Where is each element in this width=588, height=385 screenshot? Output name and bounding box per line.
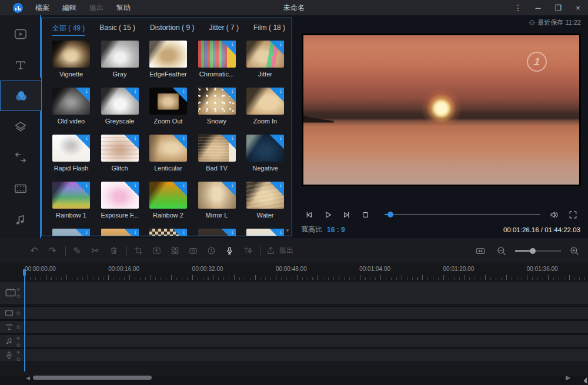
effect-card-row5-4[interactable]: ↓ [241, 229, 289, 236]
tab-Basic[interactable]: Basic ( 15 ) [99, 24, 135, 36]
effect-thumbnail[interactable]: ↓ [198, 88, 236, 115]
zoom-out-icon[interactable] [496, 246, 507, 256]
resize-grip[interactable] [580, 377, 587, 384]
tab-Distortion[interactable]: Distortion ( 9 ) [150, 24, 194, 36]
effect-thumbnail[interactable]: ↓ [52, 135, 90, 162]
speaker-icon[interactable] [16, 350, 21, 355]
effect-card-Vignette[interactable]: Vignette [47, 41, 95, 78]
fullscreen-icon[interactable] [565, 208, 580, 221]
effect-card-Zoom In[interactable]: ↓Zoom In [241, 88, 289, 125]
menu-幫助[interactable]: 幫助 [110, 3, 137, 13]
sidebar-item-filmstrip[interactable] [0, 173, 41, 204]
delete-button[interactable] [106, 244, 121, 258]
effect-card-Rainbow 1[interactable]: ↓Rainbow 1 [47, 182, 95, 219]
zoom-slider[interactable] [515, 250, 561, 252]
tab-Film[interactable]: Film ( 18 ) [253, 24, 285, 36]
edit-button[interactable]: ✎ [70, 244, 84, 258]
lock-icon[interactable] [16, 293, 21, 299]
previous-frame-button[interactable] [301, 208, 316, 221]
effect-card-Jitter[interactable]: ↓Jitter [241, 41, 289, 78]
video-viewport[interactable]: 1 [303, 35, 579, 185]
effect-thumbnail[interactable]: ↓ [246, 229, 284, 236]
effect-thumbnail[interactable]: ↓ [198, 229, 236, 236]
effect-thumbnail[interactable]: ↓ [52, 88, 90, 115]
effect-card-Gray[interactable]: Gray [96, 41, 144, 78]
play-button[interactable] [320, 208, 335, 221]
scroll-left-icon[interactable]: ◀ [26, 375, 30, 381]
tab-全部[interactable]: 全部 ( 49 ) [52, 24, 85, 36]
effect-card-Water[interactable]: ↓Water [241, 182, 289, 219]
next-frame-button[interactable] [339, 208, 354, 221]
aspect-ratio-value[interactable]: 16 : 9 [327, 226, 345, 234]
effect-card-Bad TV[interactable]: ↓Bad TV [193, 135, 241, 172]
maximize-button[interactable]: ❐ [548, 0, 568, 15]
effect-thumbnail[interactable]: ↓ [198, 135, 236, 162]
effect-card-EdgeFeather[interactable]: EdgeFeather [144, 41, 192, 78]
effect-thumbnail[interactable]: ↓ [246, 88, 284, 115]
sidebar-item-transition[interactable] [0, 142, 41, 173]
effect-card-row5-1[interactable]: ↓ [96, 229, 144, 236]
effect-thumbnail[interactable] [52, 41, 90, 68]
effect-card-Rapid Flash[interactable]: ↓Rapid Flash [47, 135, 95, 172]
effect-thumbnail[interactable]: ↓ [52, 229, 90, 236]
lock-icon[interactable] [16, 324, 21, 330]
effect-thumbnail[interactable]: ↓ [246, 41, 284, 68]
effect-card-row5-0[interactable]: ↓ [47, 229, 95, 236]
effect-thumbnail[interactable]: ↓ [149, 182, 187, 209]
lock-icon[interactable] [16, 342, 21, 347]
effect-thumbnail[interactable]: ↓ [149, 88, 187, 115]
effect-card-Rainbow 2[interactable]: ↓Rainbow 2 [144, 182, 192, 219]
redo-button[interactable]: ↷ [45, 244, 59, 258]
lock-icon[interactable] [16, 310, 21, 316]
effect-thumbnail[interactable]: ↓ [198, 41, 236, 68]
more-menu-icon[interactable]: ⋮ [508, 0, 528, 15]
zoom-in-icon[interactable] [569, 246, 580, 256]
stop-button[interactable] [358, 208, 373, 221]
speaker-icon[interactable] [16, 287, 21, 292]
effect-thumbnail[interactable]: ↓ [101, 182, 139, 209]
effect-card-Old video[interactable]: ↓Old video [47, 88, 95, 125]
export-button[interactable]: 匯出 [263, 244, 293, 258]
effect-thumbnail[interactable] [101, 41, 139, 68]
effect-card-Chromatic...[interactable]: ↓Chromatic... [193, 41, 241, 78]
timeline-ruler[interactable]: 00:00:00.0000:00:16.0000:00:32.0000:00:4… [0, 263, 588, 281]
minimize-button[interactable]: ─ [528, 0, 548, 15]
sidebar-item-overlay[interactable] [0, 112, 41, 142]
split-button[interactable]: ✂ [88, 244, 102, 258]
effect-card-Greyscale[interactable]: ↓Greyscale [96, 88, 144, 125]
effect-thumbnail[interactable]: ↓ [101, 229, 139, 236]
effect-card-Snowy[interactable]: ↓Snowy [193, 88, 241, 125]
snapshot-button[interactable] [186, 244, 200, 258]
tab-Jitter[interactable]: Jitter ( 7 ) [209, 24, 239, 36]
effect-thumbnail[interactable]: ↓ [149, 229, 187, 236]
pip-track[interactable] [0, 306, 588, 320]
menu-編輯[interactable]: 編輯 [56, 3, 83, 13]
effect-thumbnail[interactable]: ↓ [246, 182, 284, 209]
effect-card-Lenticular[interactable]: ↓Lenticular [144, 135, 192, 172]
crop-button[interactable] [131, 244, 145, 258]
sidebar-item-effects[interactable] [0, 81, 41, 111]
undo-button[interactable]: ↶ [27, 244, 41, 258]
sidebar-item-text[interactable] [0, 50, 41, 81]
effect-thumbnail[interactable]: ↓ [198, 182, 236, 209]
speaker-icon[interactable] [16, 336, 21, 341]
volume-icon[interactable] [546, 208, 562, 221]
video-track[interactable] [0, 281, 588, 304]
effect-thumbnail[interactable]: ↓ [101, 88, 139, 115]
sidebar-item-music[interactable] [0, 205, 41, 235]
position-button[interactable] [168, 244, 182, 258]
zoom-slider-knob[interactable] [530, 248, 536, 254]
effect-card-Glitch[interactable]: ↓Glitch [96, 135, 144, 172]
effect-thumbnail[interactable]: ↓ [149, 135, 187, 162]
effect-card-Exposure F...[interactable]: ↓Exposure F... [96, 182, 144, 219]
music-track[interactable] [0, 334, 588, 348]
voice-track[interactable] [0, 349, 588, 362]
text-track[interactable] [0, 320, 588, 334]
horizontal-scrollbar[interactable] [33, 376, 152, 380]
effect-card-row5-3[interactable]: ↓ [193, 229, 241, 236]
scroll-right-icon[interactable]: ▶ [566, 374, 570, 381]
scroll-down-icon[interactable]: ▼ [285, 228, 290, 233]
effect-thumbnail[interactable]: ↓ [101, 135, 139, 162]
duration-button[interactable] [204, 244, 218, 258]
playhead-handle[interactable] [23, 269, 26, 276]
